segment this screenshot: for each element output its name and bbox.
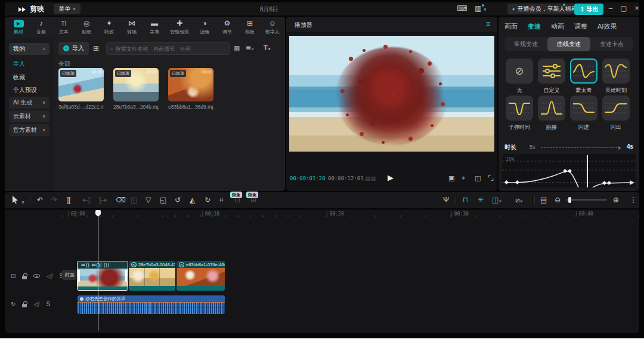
sidebar-item-favorites[interactable]: 收藏 xyxy=(13,73,25,82)
preset-hero-moment[interactable]: 英雄时刻 xyxy=(601,58,631,94)
solo-toggle[interactable]: S xyxy=(47,301,51,307)
curve-editor[interactable]: 10x xyxy=(502,154,636,187)
filter-list-icon[interactable]: T∨ xyxy=(264,44,271,51)
adjust-panel-icon[interactable]: ▤ xyxy=(540,196,547,204)
redo-icon[interactable]: ↷ xyxy=(51,196,57,204)
tab-filter[interactable]: ◑滤镜 xyxy=(193,20,216,35)
timeline-zoom-slider[interactable] xyxy=(566,199,607,201)
tab-captions[interactable]: ▬字幕 xyxy=(143,20,166,35)
preview-axis-icon[interactable]: ◫∨ xyxy=(492,196,501,205)
player-menu-icon[interactable]: ≡ xyxy=(486,20,490,28)
video-track-icon[interactable]: ⊡ xyxy=(11,273,16,279)
play-button[interactable]: ▶ xyxy=(388,173,394,182)
quality-icon[interactable]: ▣ xyxy=(448,174,454,182)
tab-audio[interactable]: ♪音频 xyxy=(30,20,52,35)
mute-icon[interactable]: ◁⁾ xyxy=(33,301,39,307)
fullscreen-icon[interactable]: ⌜⌟ xyxy=(488,174,494,182)
preset-flash-in[interactable]: 闪进 xyxy=(569,95,599,131)
shortcut-keys-icon[interactable]: ⌨ xyxy=(457,4,467,13)
tab-picture[interactable]: 画面 xyxy=(504,22,518,31)
cover-button[interactable]: 封面 xyxy=(62,270,77,280)
lock-icon[interactable] xyxy=(22,276,27,279)
search-box[interactable]: ⌕ xyxy=(106,42,230,55)
delete-icon[interactable]: ⌫ xyxy=(116,196,126,204)
search-input[interactable] xyxy=(116,46,226,52)
grid-view-icon[interactable]: ▦ xyxy=(234,44,240,52)
tab-template[interactable]: ⊞模板 xyxy=(239,20,261,35)
sidebar-item-presets[interactable]: 个人预设 xyxy=(13,86,37,94)
tab-digital-human[interactable]: ☺数字人 xyxy=(261,20,284,35)
lock-icon[interactable] xyxy=(22,304,27,307)
preset-bullet-time[interactable]: 子弹时间 xyxy=(504,95,534,131)
record-voiceover-icon[interactable]: Ψ xyxy=(443,196,449,204)
speed-curve-graph[interactable] xyxy=(502,154,636,187)
preset-none[interactable]: ⊘ 无 xyxy=(504,58,534,94)
select-tool-icon[interactable] xyxy=(12,196,18,205)
tab-adjust[interactable]: ⚙调节 xyxy=(216,20,239,35)
menu-button[interactable]: 菜单 ∨ xyxy=(54,4,80,14)
close-button[interactable]: × xyxy=(632,4,642,13)
mask-icon[interactable]: ▽ xyxy=(145,196,151,204)
tab-speed[interactable]: 变速 xyxy=(528,22,541,31)
overlay-icon[interactable]: ◱ xyxy=(160,196,166,204)
tab-animation[interactable]: 动画 xyxy=(551,22,564,31)
membership-button[interactable]: ♦ 开通会员，享新人福利 xyxy=(507,4,582,14)
undo-icon[interactable]: ↶ xyxy=(37,196,43,204)
freeze-frame-icon[interactable]: ◫ xyxy=(131,196,137,204)
more-options-icon[interactable]: ⋮ xyxy=(630,196,637,204)
split-icon[interactable]: ][ xyxy=(67,196,71,204)
preset-jump-cut[interactable]: 跳接 xyxy=(537,95,566,131)
reverse-play-icon[interactable]: ↺ xyxy=(175,196,181,204)
sidebar-item-mine[interactable]: 我的 ∧ xyxy=(9,43,49,55)
video-clip-selected[interactable]: ⋈() ⋈()| ()| xyxy=(77,261,128,291)
sidebar-item-cloud-media[interactable]: 云素材 ∨ xyxy=(9,110,49,122)
subtab-curve-speed[interactable]: 曲线变速 xyxy=(547,37,590,51)
chevron-down-icon[interactable]: ∨ xyxy=(21,198,24,207)
media-card[interactable]: 已添加 00:06 3ef6a03d-...d22c1.mp4 xyxy=(58,68,104,110)
auto-snap-icon[interactable]: ⊓ xyxy=(463,196,468,204)
timeline-playhead[interactable] xyxy=(98,210,98,331)
zoom-out-icon[interactable]: ⊖ xyxy=(555,196,561,204)
track-mode-icon[interactable]: ⧄∨ xyxy=(515,196,523,205)
zoom-in-icon[interactable]: ⊕ xyxy=(613,196,619,204)
sort-icon[interactable]: ≣∨ xyxy=(246,44,254,52)
audio-clip[interactable]: @右先生创作的原声 xyxy=(78,295,225,314)
sidebar-item-import[interactable]: 导入 xyxy=(13,60,25,68)
curve-playhead[interactable] xyxy=(587,155,588,187)
sidebar-item-ai-generate[interactable]: AI 生成 ∨ xyxy=(9,97,49,109)
minimize-button[interactable]: – xyxy=(606,4,615,13)
tab-text[interactable]: TI文本 xyxy=(52,20,75,35)
tab-ai-effects[interactable]: AI效果 xyxy=(597,22,617,31)
ratio-icon[interactable]: ◫ xyxy=(475,174,481,182)
trim-right-icon[interactable]: ]⇥ xyxy=(99,196,107,204)
frame-view-icon[interactable]: ▤▤ xyxy=(365,175,376,181)
preview-video[interactable] xyxy=(289,36,494,152)
mirror-icon[interactable]: ◭ xyxy=(190,196,195,204)
export-button[interactable]: ↥ 导出 xyxy=(574,4,603,15)
subtab-normal-speed[interactable]: 常规变速 xyxy=(504,37,547,51)
tab-transition[interactable]: ⋈转场 xyxy=(120,20,143,35)
sidebar-item-official-media[interactable]: 官方素材 ∨ xyxy=(9,124,49,136)
mute-icon[interactable]: ◁⁾ xyxy=(47,273,52,279)
material-wall-icon[interactable]: ⊞ xyxy=(93,44,99,53)
maximize-button[interactable]: ▢ xyxy=(619,4,628,13)
preset-montage[interactable]: 蒙太奇 xyxy=(569,58,599,94)
rotate-icon[interactable]: ↻ xyxy=(205,196,210,204)
preset-flash-out[interactable]: 闪出 xyxy=(601,95,631,131)
video-clip-2[interactable]: ↻28e7b0a3-0048-47 xyxy=(129,261,175,291)
tab-effects[interactable]: ✦特效 xyxy=(98,20,120,35)
timeline-ruler[interactable]: 00:00 00:10 00:20 00:30 00:40 xyxy=(62,209,639,219)
visibility-icon[interactable] xyxy=(33,274,40,278)
focus-icon[interactable]: ⌖ xyxy=(462,174,465,182)
linkage-icon[interactable]: ✳ xyxy=(478,196,484,204)
media-card[interactable]: 已添加 00:06 e83bb8a1...36d9.mp4 xyxy=(168,68,213,110)
tab-smart-pack[interactable]: ✚智能包装 xyxy=(166,20,193,35)
crop-icon[interactable]: ⌗ xyxy=(219,196,224,204)
media-card[interactable]: 已添加 00:06 28e7b0a3...204b.mp4 xyxy=(113,68,159,110)
video-clip-3[interactable]: ↻e83bb8a1-076e-484 xyxy=(177,261,225,291)
layout-switch-icon[interactable]: ▥ ∨ xyxy=(475,4,487,13)
zoom-slider-handle[interactable] xyxy=(568,197,571,203)
import-button[interactable]: ＋ 导入 xyxy=(58,42,89,55)
subtab-beat-speed[interactable]: 变速卡点 xyxy=(590,37,633,51)
tab-media[interactable]: ▶素材 xyxy=(7,20,30,35)
